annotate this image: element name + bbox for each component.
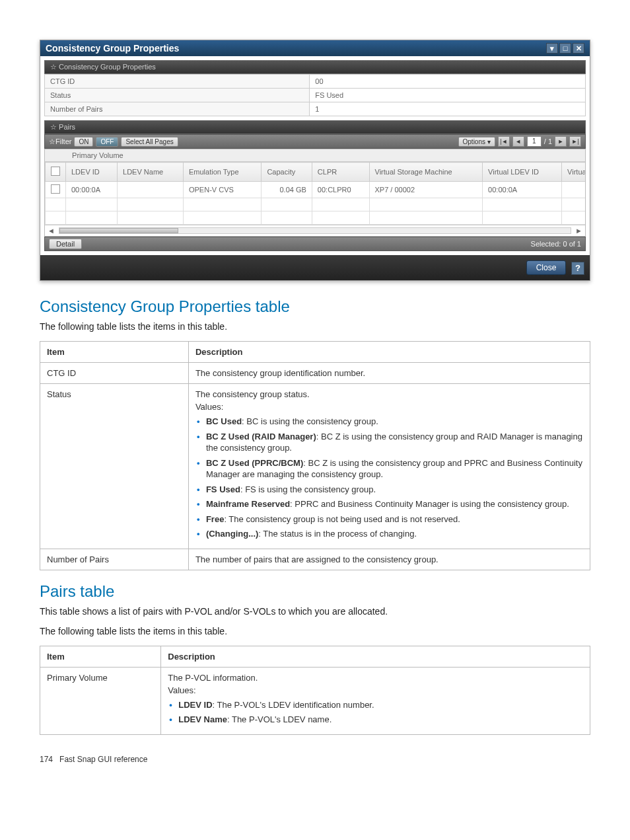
page-first-icon[interactable]: |◄ [498, 136, 510, 147]
list-item: LDEV ID: The P-VOL's LDEV identification… [168, 699, 583, 711]
pv-values-list: LDEV ID: The P-VOL's LDEV identification… [168, 699, 583, 726]
cell-vsm: XP7 / 00002 [369, 182, 483, 198]
doctable-head-item: Item [40, 646, 161, 667]
page-number: 174 [40, 755, 53, 764]
doctable-head-desc: Description [161, 646, 590, 667]
page-next-icon[interactable]: ► [555, 136, 567, 147]
col-clpr[interactable]: CLPR [312, 163, 369, 182]
status-values-label: Values: [195, 402, 583, 412]
list-item: LDEV Name: The P-VOL's LDEV name. [168, 714, 583, 726]
filter-label: ☆Filter [49, 137, 71, 146]
page-prev-icon[interactable]: ◄ [512, 136, 524, 147]
status-intro: The consistency group status. [195, 389, 583, 399]
doctable-desc: The consistency group identification num… [188, 363, 590, 384]
table-row [46, 198, 586, 211]
selected-count: Selected: 0 of 1 [531, 240, 581, 248]
pairs-intro-2: The following table lists the items in t… [40, 626, 590, 636]
cell-emulation: OPEN-V CVS [183, 182, 261, 198]
pairs-grid: LDEV ID LDEV Name Emulation Type Capacit… [45, 162, 586, 225]
list-item: BC Used: BC is using the consistency gro… [195, 416, 583, 428]
label-status: Status [45, 89, 310, 102]
page-total: / 1 [544, 137, 552, 145]
cell-vdname [562, 182, 586, 198]
table-row [46, 211, 586, 225]
col-capacity[interactable]: Capacity [262, 163, 312, 182]
scroll-right-icon[interactable]: ► [575, 227, 582, 235]
doctable-head-desc: Description [188, 342, 590, 363]
pairs-toolbar: ☆Filter ON OFF Select All Pages Options … [44, 134, 586, 149]
col-emulation[interactable]: Emulation Type [183, 163, 261, 182]
status-values-list: BC Used: BC is using the consistency gro… [195, 416, 583, 540]
table-row[interactable]: 00:00:0A OPEN-V CVS 0.04 GB 00:CLPR0 XP7… [46, 182, 586, 198]
label-num-pairs: Number of Pairs [45, 102, 310, 116]
pairs-intro-1: This table shows a list of pairs with P-… [40, 606, 590, 617]
filter-off-button[interactable]: OFF [96, 137, 118, 147]
titlebar: Consistency Group Properties ▾ □ ✕ [40, 40, 590, 56]
select-all-pages-button[interactable]: Select All Pages [121, 137, 178, 147]
page-footer: 174 Fast Snap GUI reference [40, 755, 590, 764]
grid-group-header-text: Primary Volume [72, 151, 123, 159]
list-item: FS Used: FS is using the consistency gro… [195, 484, 583, 496]
filter-on-button[interactable]: ON [74, 137, 93, 147]
col-ldev-name[interactable]: LDEV Name [118, 163, 184, 182]
list-item: BC Z Used (RAID Manager): BC Z is using … [195, 431, 583, 454]
doctable-item: Primary Volume [40, 667, 161, 734]
list-item: (Changing...): The status is in the proc… [195, 528, 583, 540]
properties-kv-table: CTG ID 00 Status FS Used Number of Pairs… [44, 74, 586, 116]
help-icon[interactable]: ? [571, 262, 584, 275]
doctable-item: Number of Pairs [40, 549, 189, 570]
close-button[interactable]: Close [526, 260, 567, 275]
page-footer-text: Fast Snap GUI reference [59, 755, 147, 764]
page-last-icon[interactable]: ►| [569, 136, 581, 147]
doctable-item: CTG ID [40, 363, 189, 384]
maximize-icon[interactable]: □ [559, 43, 571, 54]
col-vldev[interactable]: Virtual LDEV ID [483, 163, 562, 182]
list-item: Free: The consistency group is not being… [195, 514, 583, 525]
detail-button[interactable]: Detail [49, 239, 82, 249]
value-status: FS Used [310, 89, 586, 102]
pv-intro: The P-VOL information. [168, 673, 583, 683]
scrollbar-thumb[interactable] [59, 228, 178, 233]
cell-vldev: 00:00:0A [483, 182, 562, 198]
label-ctg-id: CTG ID [45, 75, 310, 89]
col-vdname[interactable]: Virtual D Name [562, 163, 586, 182]
minimize-icon[interactable]: ▾ [546, 43, 558, 54]
pairs-grid-wrap: Primary Volume LDEV ID LDEV Name Emulati… [44, 149, 586, 237]
dialog-button-bar: Close ? [40, 255, 590, 280]
cg-properties-doc-table: Item Description CTG ID The consistency … [40, 341, 590, 570]
value-ctg-id: 00 [310, 75, 586, 89]
list-item: BC Z Used (PPRC/BCM): BC Z is using the … [195, 457, 583, 480]
pairs-section-header: ☆ Pairs [44, 120, 586, 134]
dialog-title: Consistency Group Properties [46, 43, 545, 54]
col-vsm[interactable]: Virtual Storage Machine [369, 163, 483, 182]
doctable-head-item: Item [40, 342, 189, 363]
pv-values-label: Values: [168, 685, 583, 695]
section-heading-pairs-table: Pairs table [40, 582, 590, 601]
doctable-item: Status [40, 384, 189, 549]
col-ldev-id[interactable]: LDEV ID [66, 163, 118, 182]
select-all-checkbox[interactable] [51, 167, 60, 176]
section-heading-cg-properties-table: Consistency Group Properties table [40, 297, 590, 316]
doctable-desc: The consistency group status. Values: BC… [188, 384, 590, 549]
cell-ldev-id: 00:00:0A [66, 182, 118, 198]
consistency-group-dialog: Consistency Group Properties ▾ □ ✕ ☆ Con… [40, 40, 590, 281]
section-intro-1: The following table lists the items in t… [40, 321, 590, 332]
page-current-input[interactable]: 1 [527, 136, 542, 147]
close-icon[interactable]: ✕ [573, 43, 584, 54]
row-checkbox[interactable] [51, 184, 60, 194]
value-num-pairs: 1 [310, 102, 586, 116]
cell-ldev-name [118, 182, 184, 198]
grid-footer-bar: Detail Selected: 0 of 1 [44, 237, 586, 251]
pairs-doc-table: Item Description Primary Volume The P-VO… [40, 646, 590, 735]
properties-section-header: ☆ Consistency Group Properties [44, 60, 586, 74]
scroll-left-icon[interactable]: ◄ [48, 227, 55, 235]
dialog-body: ☆ Consistency Group Properties CTG ID 00… [40, 56, 590, 255]
list-item: Mainframe Reserved: PPRC and Business Co… [195, 498, 583, 510]
doctable-desc: The number of pairs that are assigned to… [188, 549, 590, 570]
doctable-desc: The P-VOL information. Values: LDEV ID: … [161, 667, 590, 734]
cell-clpr: 00:CLPR0 [312, 182, 369, 198]
horizontal-scrollbar[interactable]: ◄ ► [45, 225, 585, 236]
cell-capacity: 0.04 GB [262, 182, 312, 198]
options-dropdown[interactable]: Options ▾ [458, 137, 495, 147]
grid-group-header: Primary Volume [45, 149, 585, 162]
